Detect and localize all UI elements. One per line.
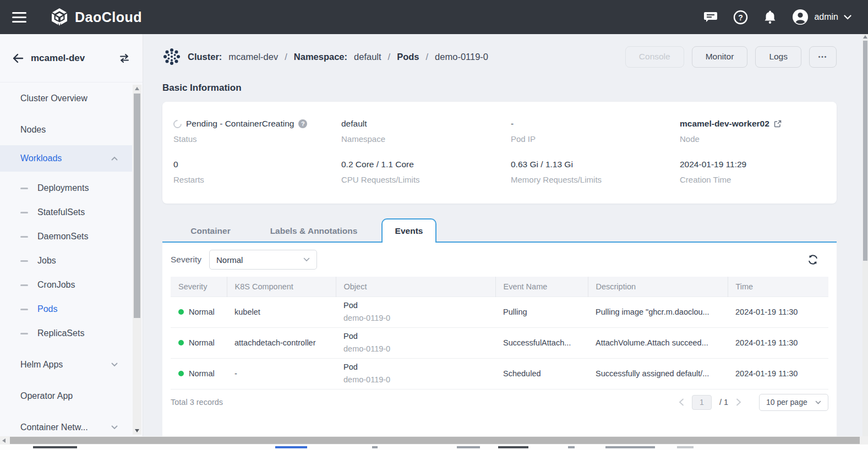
table-row[interactable]: Normal kubelet Poddemo-0119-0 Pulling Pu…	[171, 297, 828, 327]
sidebar: mcamel-dev Cluster Overview Nodes Worklo…	[0, 34, 143, 450]
dash-icon	[20, 188, 28, 189]
prev-page-icon[interactable]	[679, 398, 684, 406]
scroll-left-icon[interactable]	[2, 438, 6, 443]
breadcrumb-pods[interactable]: Pods	[397, 52, 419, 62]
sidebar-item-label: Jobs	[37, 256, 56, 266]
per-page-select[interactable]: 10 per page	[759, 394, 828, 411]
pod-ip-value: -	[511, 118, 680, 129]
events-panel: Severity Normal Severi	[162, 243, 837, 450]
page-header: Cluster: mcamel-dev / Namespace: default…	[162, 41, 837, 72]
workloads-submenu: Deployments StatefulSets DaemonSets Jobs…	[0, 176, 132, 345]
scrollbar-thumb[interactable]	[10, 437, 860, 444]
field-creation-time: 2024-01-19 11:29 Creation Time	[680, 159, 837, 184]
scrollbar-thumb[interactable]	[863, 41, 867, 261]
sidebar-item-cronjobs[interactable]: CronJobs	[0, 273, 132, 297]
events-table: Severity K8S Component Object Event Name…	[171, 277, 828, 389]
message-icon[interactable]	[703, 9, 718, 25]
severity-select[interactable]: Normal	[209, 250, 317, 270]
field-restarts: 0 Restarts	[173, 159, 341, 184]
field-label: Node	[680, 134, 837, 144]
severity-value: Normal	[189, 338, 215, 347]
page-input[interactable]	[692, 395, 712, 410]
refresh-icon[interactable]	[807, 254, 819, 266]
col-time: Time	[728, 277, 828, 297]
table-row[interactable]: Normal - Poddemo-0119-0 Scheduled Succes…	[171, 358, 828, 389]
external-link-icon[interactable]	[774, 120, 782, 128]
component-value: attachdetach-controller	[227, 327, 336, 358]
tab-events[interactable]: Events	[381, 218, 436, 243]
dash-icon	[20, 284, 28, 286]
sidebar-item-nodes[interactable]: Nodes	[0, 114, 132, 145]
pending-spinner-icon	[172, 118, 183, 129]
chevron-down-icon	[303, 257, 310, 262]
tab-container[interactable]: Container	[162, 219, 259, 243]
component-value: -	[227, 358, 336, 389]
time-value: 2024-01-19 11:30	[728, 297, 828, 327]
basic-information-card: Pending - ContainerCreating ? Status def…	[162, 102, 837, 204]
scroll-up-icon[interactable]	[863, 35, 867, 39]
field-label: Namespace	[341, 134, 511, 144]
sidebar-item-workloads[interactable]: Workloads	[0, 145, 132, 172]
sidebar-item-daemonsets[interactable]: DaemonSets	[0, 224, 132, 249]
pod-icon	[162, 47, 181, 66]
sidebar-item-operator-app[interactable]: Operator App	[0, 380, 132, 411]
cluster-name: mcamel-dev	[31, 53, 118, 64]
console-button[interactable]: Console	[625, 46, 684, 68]
breadcrumb-cluster-value[interactable]: mcamel-dev	[228, 52, 278, 62]
sidebar-item-statefulsets[interactable]: StatefulSets	[0, 200, 132, 224]
monitor-button[interactable]: Monitor	[692, 46, 748, 68]
col-severity: Severity	[171, 277, 227, 297]
dash-icon	[20, 333, 28, 334]
more-actions-button[interactable]: •••	[809, 46, 837, 68]
creation-time-value: 2024-01-19 11:29	[680, 159, 837, 170]
severity-normal-dot	[178, 309, 184, 315]
object-name: demo-0119-0	[343, 343, 488, 355]
horizontal-scrollbar[interactable]	[0, 436, 868, 444]
sidebar-item-label: Operator App	[20, 391, 73, 401]
severity-filter-label: Severity	[171, 255, 201, 265]
field-memory: 0.63 Gi / 1.13 Gi Memory Requests/Limits	[511, 159, 680, 184]
col-object: Object	[336, 277, 495, 297]
hamburger-menu-icon[interactable]	[12, 9, 26, 25]
scroll-up-icon[interactable]	[135, 87, 139, 90]
sidebar-item-replicasets[interactable]: ReplicaSets	[0, 321, 132, 345]
vertical-scrollbar[interactable]	[862, 34, 868, 436]
dash-icon	[20, 309, 28, 310]
cpu-value: 0.2 Core / 1.1 Core	[341, 159, 511, 170]
field-label: Memory Requests/Limits	[511, 175, 680, 184]
brand-logo[interactable]: DaoCloud	[50, 7, 142, 27]
sidebar-item-label: StatefulSets	[37, 207, 85, 217]
detail-tabs: Container Labels & Annotations Events	[162, 218, 837, 243]
col-k8s-component: K8S Component	[227, 277, 336, 297]
sidebar-item-jobs[interactable]: Jobs	[0, 249, 132, 273]
severity-normal-dot	[178, 340, 184, 345]
page-count: / 1	[719, 398, 728, 407]
tab-labels-annotations[interactable]: Labels & Annotations	[259, 219, 369, 243]
node-value[interactable]: mcamel-dev-worker02	[680, 119, 769, 129]
help-icon[interactable]: ?	[733, 9, 748, 25]
user-menu[interactable]: admin	[792, 9, 851, 25]
sidebar-scrollbar[interactable]	[133, 85, 141, 435]
back-arrow-icon[interactable]	[12, 53, 24, 64]
status-value: Pending - ContainerCreating	[186, 119, 294, 129]
sidebar-item-helm-apps[interactable]: Helm Apps	[0, 349, 132, 380]
field-cpu: 0.2 Core / 1.1 Core CPU Requests/Limits	[341, 159, 511, 184]
logs-button[interactable]: Logs	[755, 46, 801, 68]
field-label: Status	[173, 134, 341, 144]
field-label: CPU Requests/Limits	[341, 175, 511, 184]
scrollbar-thumb[interactable]	[134, 94, 140, 318]
next-page-icon[interactable]	[736, 398, 741, 406]
sidebar-item-deployments[interactable]: Deployments	[0, 176, 132, 200]
sidebar-item-cluster-overview[interactable]: Cluster Overview	[0, 83, 132, 114]
scroll-down-icon[interactable]	[135, 429, 139, 432]
sidebar-item-pods[interactable]: Pods	[0, 297, 132, 321]
status-help-icon[interactable]: ?	[298, 119, 307, 128]
table-row[interactable]: Normal attachdetach-controller Poddemo-0…	[171, 327, 828, 358]
switch-cluster-icon[interactable]	[118, 53, 130, 64]
description-value: Pulling image "ghcr.m.daoclou...	[588, 297, 728, 327]
topbar: DaoCloud ? admin	[0, 0, 868, 34]
dash-icon	[20, 212, 28, 213]
bell-icon[interactable]	[762, 9, 778, 25]
breadcrumb-namespace-value[interactable]: default	[354, 52, 381, 62]
sidebar-item-label: Pods	[37, 304, 57, 314]
